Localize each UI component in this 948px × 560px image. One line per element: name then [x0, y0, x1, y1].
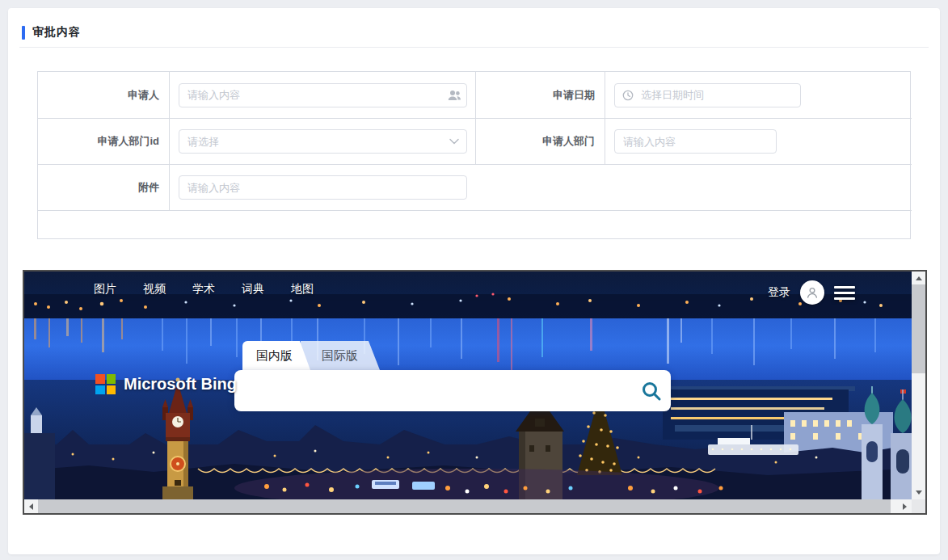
chevron-down-icon: [442, 138, 466, 145]
header-divider: [19, 47, 929, 48]
content-card: 审批内容 申请人 申请日期: [8, 8, 940, 554]
bing-nav-academic[interactable]: 学术: [192, 282, 215, 297]
bing-search-bar: [234, 370, 671, 411]
bing-account-area: 登录: [768, 280, 855, 305]
horizontal-scrollbar[interactable]: [24, 499, 912, 513]
dept-id-select[interactable]: [179, 129, 467, 154]
vertical-scrollbar-thumb[interactable]: [912, 284, 925, 373]
scroll-down-button[interactable]: [912, 486, 925, 499]
apply-date-input[interactable]: [638, 84, 800, 107]
accent-bar: [22, 26, 25, 40]
empty-row: [38, 211, 912, 238]
applicant-label: 申请人: [38, 72, 170, 119]
approval-form-table: 申请人 申请日期: [37, 71, 911, 239]
users-icon[interactable]: [442, 90, 466, 101]
bing-logo-text: Microsoft Bing: [124, 375, 237, 394]
vertical-scrollbar[interactable]: [912, 272, 925, 499]
dept-input-box: [614, 129, 777, 154]
attachment-input-box: [179, 175, 467, 200]
avatar[interactable]: [800, 280, 824, 305]
bing-nav-dictionary[interactable]: 词典: [242, 282, 264, 297]
bing-nav-videos[interactable]: 视频: [143, 282, 166, 297]
apply-date-picker: [614, 83, 801, 107]
applicant-cell: [170, 72, 476, 119]
login-button[interactable]: 登录: [768, 285, 790, 300]
applicant-input-box: [179, 83, 467, 107]
bing-page: 图片 视频 学术 词典 地图 登录 国内版 国际版: [24, 272, 912, 499]
tab-domestic[interactable]: 国内版: [242, 341, 310, 370]
search-icon[interactable]: [632, 370, 671, 411]
apply-date-cell: [605, 72, 912, 119]
bing-nav-maps[interactable]: 地图: [291, 282, 314, 297]
attachment-cell: [170, 165, 912, 211]
hamburger-menu-icon[interactable]: [834, 286, 855, 300]
applicant-input[interactable]: [179, 84, 442, 107]
attachment-label: 附件: [38, 165, 170, 211]
bing-nav-images[interactable]: 图片: [94, 282, 116, 297]
scroll-left-button[interactable]: [24, 499, 38, 513]
dept-id-cell: [170, 119, 476, 165]
dept-input[interactable]: [615, 130, 776, 153]
section-header: 审批内容: [22, 25, 81, 40]
dept-cell: [605, 119, 912, 165]
person-icon: [806, 286, 819, 299]
horizontal-scrollbar-thumb[interactable]: [38, 499, 891, 513]
bing-search-input[interactable]: [234, 370, 632, 411]
bing-top-nav: 图片 视频 学术 词典 地图: [94, 282, 314, 297]
page-title: 审批内容: [32, 25, 81, 40]
dept-label: 申请人部门: [476, 119, 605, 165]
scroll-up-button[interactable]: [912, 272, 925, 285]
microsoft-logo-icon: [95, 374, 116, 394]
dept-id-label: 申请人部门id: [38, 119, 170, 165]
apply-date-label: 申请日期: [476, 72, 605, 119]
clock-icon: [618, 90, 638, 101]
dept-id-select-input[interactable]: [179, 130, 442, 153]
attachment-input[interactable]: [179, 176, 466, 199]
bing-embedded-frame: 图片 视频 学术 词典 地图 登录 国内版 国际版: [23, 270, 927, 515]
scroll-right-button[interactable]: [898, 499, 912, 513]
tab-domestic-label: 国内版: [256, 348, 293, 364]
scrollbar-corner: [912, 499, 925, 513]
tab-international-label: 国际版: [322, 348, 358, 364]
tab-international[interactable]: 国际版: [301, 341, 380, 370]
bing-logo[interactable]: Microsoft Bing: [95, 374, 237, 394]
